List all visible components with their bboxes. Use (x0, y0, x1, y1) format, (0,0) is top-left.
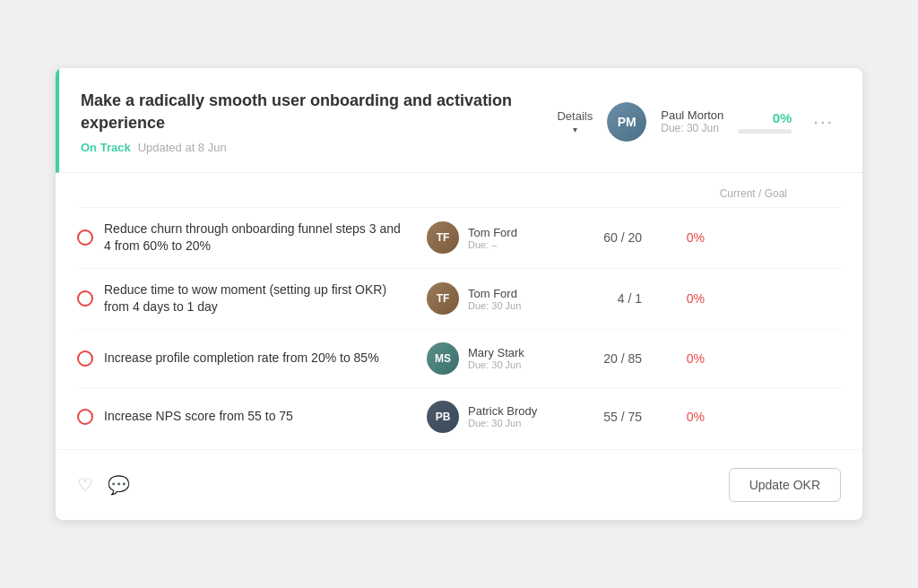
header-meta: On Track Updated at 8 Jun (81, 141, 557, 154)
kr-text: Reduce time to wow moment (setting up fi… (104, 281, 409, 316)
kr-status-circle (77, 290, 93, 307)
kr-row: Increase NPS score from 55 to 75 PB Patr… (77, 387, 841, 445)
kr-avatar: TF (427, 282, 459, 315)
header-right: Details ▾ PM Paul Morton Due: 30 Jun 0% … (557, 102, 841, 142)
kr-column-header: Current / Goal (77, 173, 841, 207)
kr-person: MS Mary Stark Due: 30 Jun (427, 342, 570, 375)
kr-avatar: TF (427, 221, 459, 254)
kr-person-due: Due: – (468, 239, 517, 250)
kr-status-circle (77, 409, 93, 425)
kr-person-due: Due: 30 Jun (468, 359, 524, 370)
kr-avatar: PB (427, 401, 459, 433)
owner-name: Paul Morton (661, 108, 723, 122)
key-results-section: Current / Goal Reduce churn through onbo… (56, 173, 862, 445)
kr-current-goal: 55 / 75 (570, 410, 660, 424)
more-options-button[interactable]: ··· (806, 108, 841, 135)
kr-status-circle (77, 350, 93, 367)
comment-icon[interactable]: 💬 (108, 474, 130, 496)
current-goal-header: Current / Goal (720, 187, 841, 200)
kr-text: Increase profile completion rate from 20… (104, 350, 409, 368)
owner-due: Due: 30 Jun (661, 122, 723, 134)
okr-title: Make a radically smooth user onboarding … (81, 90, 557, 134)
kr-person-info: Patrick Brody Due: 30 Jun (468, 404, 537, 428)
kr-row: Reduce time to wow moment (setting up fi… (77, 268, 841, 329)
kr-person-info: Mary Stark Due: 30 Jun (468, 346, 524, 370)
kr-person: PB Patrick Brody Due: 30 Jun (427, 401, 570, 433)
kr-person-due: Due: 30 Jun (468, 418, 537, 428)
kr-status-circle (77, 229, 93, 246)
kr-percent: 0% (660, 230, 705, 245)
progress-percent: 0% (773, 110, 792, 125)
card-footer: ♡ 💬 Update OKR (56, 449, 862, 520)
chevron-down-icon: ▾ (573, 125, 577, 134)
kr-person-name: Tom Ford (468, 287, 521, 300)
kr-current-goal: 60 / 20 (570, 230, 660, 245)
kr-percent: 0% (660, 291, 705, 306)
kr-text: Increase NPS score from 55 to 75 (104, 408, 409, 426)
progress-bar (738, 129, 792, 134)
progress-section: 0% (738, 110, 792, 134)
header-left: Make a radically smooth user onboarding … (81, 90, 557, 153)
kr-percent: 0% (660, 410, 705, 424)
kr-person-info: Tom Ford Due: 30 Jun (468, 287, 521, 311)
updated-text: Updated at 8 Jun (138, 141, 227, 154)
details-label: Details (557, 109, 593, 123)
kr-person-due: Due: 30 Jun (468, 300, 521, 311)
kr-current-goal: 20 / 85 (570, 351, 660, 366)
kr-person-name: Tom Ford (468, 226, 517, 239)
avatar-image: PM (607, 102, 646, 142)
update-okr-button[interactable]: Update OKR (729, 468, 841, 502)
kr-person-name: Mary Stark (468, 346, 524, 359)
okr-header: Make a radically smooth user onboarding … (56, 68, 862, 172)
kr-row: Reduce churn through onboarding funnel s… (77, 207, 841, 268)
kr-percent: 0% (660, 351, 705, 366)
due-label: Due: (661, 122, 683, 134)
like-icon[interactable]: ♡ (77, 474, 93, 496)
kr-person: TF Tom Ford Due: – (427, 221, 570, 254)
kr-person-name: Patrick Brody (468, 404, 537, 418)
kr-current-goal: 4 / 1 (570, 291, 660, 306)
kr-avatar: MS (427, 342, 459, 375)
owner-info: Paul Morton Due: 30 Jun (661, 108, 723, 134)
status-badge: On Track (81, 141, 131, 154)
kr-person-info: Tom Ford Due: – (468, 226, 517, 250)
details-button[interactable]: Details ▾ (557, 109, 593, 134)
footer-icons: ♡ 💬 (77, 474, 130, 496)
owner-avatar: PM (607, 102, 646, 142)
okr-card: Make a radically smooth user onboarding … (56, 68, 862, 520)
kr-row: Increase profile completion rate from 20… (77, 329, 841, 387)
kr-person: TF Tom Ford Due: 30 Jun (427, 282, 570, 315)
kr-text: Reduce churn through onboarding funnel s… (104, 220, 409, 255)
due-date: 30 Jun (687, 122, 719, 134)
